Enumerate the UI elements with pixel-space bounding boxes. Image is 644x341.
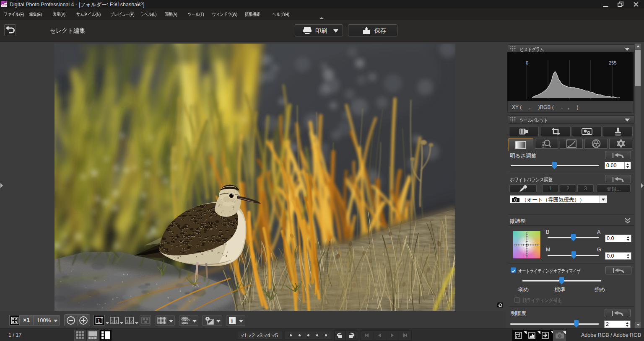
svg-text:i: i [231, 318, 233, 324]
svg-text:1: 1 [115, 319, 118, 324]
svg-text:1: 1 [126, 319, 129, 324]
svg-text:2: 2 [130, 319, 133, 324]
svg-text:0: 0 [526, 60, 528, 65]
svg-text:1: 1 [97, 318, 100, 324]
svg-text:1: 1 [111, 319, 114, 324]
svg-text:255: 255 [609, 60, 616, 65]
